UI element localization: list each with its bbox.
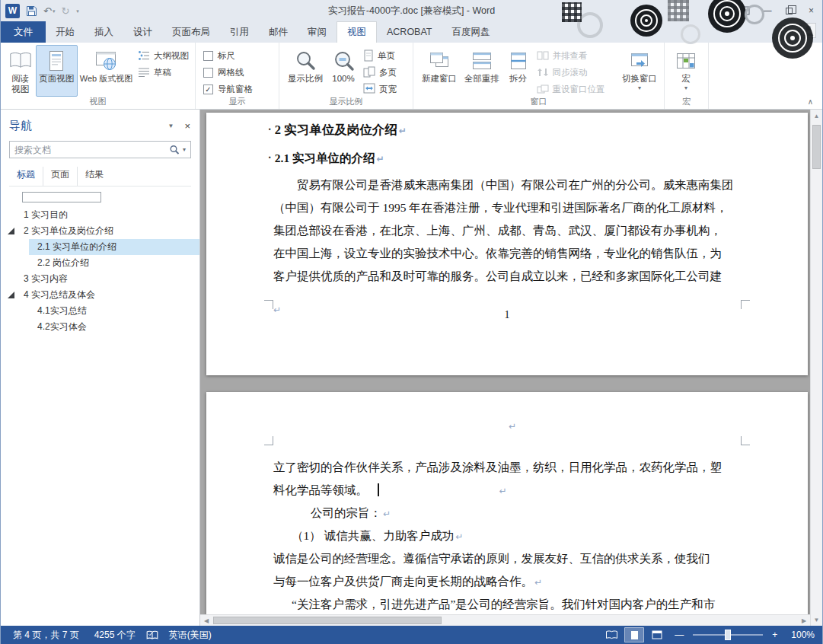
close-button[interactable]: ×	[800, 0, 822, 21]
web-layout-button[interactable]: Web 版式视图	[78, 45, 135, 97]
zoom-in-button[interactable]: +	[767, 630, 782, 640]
customize-qat-button[interactable]: ▾	[75, 8, 79, 14]
doc-line[interactable]: 客户提供优质的产品和及时可靠的服务。公司自成立以来，已经和多家国际化工公司建	[273, 265, 741, 288]
zoom-out-button[interactable]: —	[670, 630, 688, 640]
undo-button[interactable]: ↶▾	[43, 6, 55, 16]
word-logo-icon[interactable]: W	[5, 4, 20, 18]
one-page-button[interactable]: 单页	[360, 47, 400, 64]
tab-baidu-netdisk[interactable]: 百度网盘	[442, 21, 500, 43]
document-area[interactable]: ▪2 实习单位及岗位介绍↵ ▪2.1 实习单位的介绍↵ 贸易有限公司是香港威来惠…	[200, 110, 810, 626]
empty-heading-item[interactable]	[22, 192, 101, 202]
gridlines-toggle[interactable]: 网格线	[203, 64, 253, 81]
web-layout-view-button[interactable]	[647, 627, 667, 642]
doc-line[interactable]: 诚信是公司的经营理念。遵循信守承诺的原则，发展友好、互信的供求关系，使我们	[273, 547, 741, 570]
heading-item[interactable]: 3 实习内容	[1, 271, 199, 287]
redo-button[interactable]: ↻	[61, 6, 69, 16]
undo-dropdown-icon[interactable]: ▾	[53, 8, 56, 14]
scroll-down-icon[interactable]: ▼	[811, 614, 822, 626]
navigation-pane-toggle[interactable]: ✓ 导航窗格	[203, 81, 253, 97]
doc-line[interactable]: “关注客户需求，引进先进产品”是公司的经营宗旨。我们针对国内客户的生产和市	[273, 593, 741, 616]
multiple-pages-button[interactable]: 多页	[360, 64, 400, 81]
tab-home[interactable]: 开始	[46, 21, 85, 43]
doc-line[interactable]: 与每一位客户及供货厂商走向更长期的战略合作。↵	[273, 570, 741, 593]
doc-heading-2[interactable]: ▪2 实习单位及岗位介绍↵	[269, 122, 407, 139]
doc-line[interactable]: 公司的宗旨：↵	[273, 502, 741, 524]
minimize-button[interactable]: —	[756, 0, 778, 21]
save-button[interactable]	[26, 5, 37, 17]
nav-tab-results[interactable]: 结果	[77, 167, 111, 186]
zoom-slider-thumb[interactable]	[725, 630, 731, 640]
navigation-pane-checkbox[interactable]: ✓	[203, 84, 213, 94]
page-width-button[interactable]: 页宽	[360, 81, 400, 97]
heading-item[interactable]: 1 实习目的	[1, 207, 199, 223]
ruler-checkbox[interactable]	[203, 51, 213, 61]
scroll-up-icon[interactable]: ▲	[811, 110, 822, 122]
split-button[interactable]: 拆分	[503, 45, 534, 97]
navigation-options-dropdown-icon[interactable]: ▼	[167, 123, 174, 129]
vertical-scrollbar-thumb[interactable]	[812, 125, 821, 169]
heading-item-selected[interactable]: 2.1 实习单位的介绍	[1, 239, 199, 255]
doc-line[interactable]: （中国）有限公司于 1995 年在香港注册，专业代理和引进国际著名厂商的化工原材…	[273, 196, 741, 219]
tab-mailings[interactable]: 邮件	[259, 21, 298, 43]
collapse-triangle-icon[interactable]	[8, 228, 14, 234]
ruler-toggle[interactable]: 标尺	[203, 47, 253, 64]
print-layout-button[interactable]: 页面视图	[36, 45, 78, 97]
doc-line[interactable]: （1） 诚信共赢、力助客户成功↵	[273, 524, 741, 547]
tab-design[interactable]: 设计	[123, 21, 162, 43]
tab-review[interactable]: 审阅	[298, 21, 337, 43]
doc-line[interactable]: 贸易有限公司是香港威来惠南集团（中国）有限公司在广州的分公司。威来惠南集团	[273, 174, 741, 196]
document-page-1[interactable]: ▪2 实习单位及岗位介绍↵ ▪2.1 实习单位的介绍↵ 贸易有限公司是香港威来惠…	[206, 113, 808, 375]
read-mode-view-button[interactable]	[601, 627, 621, 642]
horizontal-scrollbar[interactable]: ◀ ▶	[200, 614, 810, 626]
doc-heading-2-1[interactable]: ▪2.1 实习单位的介绍↵	[269, 151, 384, 167]
zoom-button[interactable]: 显示比例	[284, 45, 327, 97]
doc-line[interactable]: 在中国上海，设立专业的实验技术中心。依靠完善的销售网络，专业化的销售队伍，为	[273, 242, 741, 265]
horizontal-scrollbar-thumb[interactable]	[213, 617, 442, 624]
macros-button[interactable]: 宏 ▾	[669, 45, 703, 97]
doc-line[interactable]: 集团总部设在香港，在北京、上海、广州、成都、青岛、武汉、厦门都设有办事机构，	[273, 219, 741, 242]
read-mode-button[interactable]: 阅读视图	[5, 45, 36, 97]
doc-line[interactable]: 料化学品等领域。↵	[273, 479, 741, 502]
tab-insert[interactable]: 插入	[85, 21, 123, 43]
help-button[interactable]: ?	[712, 0, 734, 21]
heading-item[interactable]: 4.1实习总结	[1, 303, 199, 319]
nav-tab-pages[interactable]: 页面	[43, 167, 77, 186]
heading-item[interactable]: 4.2实习体会	[1, 319, 199, 335]
nav-tab-headings[interactable]: 标题	[9, 167, 43, 186]
zoom-slider[interactable]	[693, 634, 763, 636]
tab-view[interactable]: 视图	[337, 21, 377, 43]
new-window-button[interactable]: 新建窗口	[418, 45, 461, 97]
doc-line[interactable]: 立了密切的合作伙伴关系，产品涉及涂料及油墨，纺织，日用化学品，农药化学品，塑	[273, 456, 741, 479]
vertical-scrollbar[interactable]: ▲ ▼	[810, 110, 822, 626]
synchronous-scrolling-button[interactable]: 同步滚动	[534, 64, 619, 81]
tab-acrobat[interactable]: ACROBAT	[377, 21, 442, 43]
scroll-right-icon[interactable]: ▶	[798, 615, 810, 626]
gridlines-checkbox[interactable]	[203, 68, 213, 78]
heading-item[interactable]: 2.2 岗位介绍	[1, 255, 199, 271]
heading-item[interactable]: 4 实习总结及体会	[1, 287, 199, 303]
document-page-2[interactable]: ↵ 立了密切的合作伙伴关系，产品涉及涂料及油墨，纺织，日用化学品，农药化学品，塑…	[206, 392, 808, 626]
language-indicator[interactable]: 英语(美国)	[163, 629, 218, 642]
search-dropdown-icon[interactable]: ▾	[183, 146, 186, 153]
proofing-button[interactable]	[145, 630, 160, 640]
collapse-triangle-icon[interactable]	[8, 292, 14, 298]
draft-view-button[interactable]: 草稿	[135, 64, 192, 81]
word-count[interactable]: 4255 个字	[88, 629, 142, 642]
search-icon[interactable]	[169, 145, 180, 155]
outline-view-button[interactable]: 大纲视图	[135, 47, 192, 64]
switch-windows-button[interactable]: 切换窗口 ▾	[618, 45, 661, 97]
ribbon-display-options-button[interactable]	[734, 0, 756, 21]
zoom-100-button[interactable]: 100%	[327, 45, 360, 97]
scroll-left-icon[interactable]: ◀	[200, 615, 212, 626]
navigation-close-icon[interactable]: ×	[184, 120, 190, 132]
page-info[interactable]: 第 4 页，共 7 页	[7, 629, 85, 642]
tab-page-layout[interactable]: 页面布局	[162, 21, 220, 43]
tab-references[interactable]: 引用	[220, 21, 259, 43]
collapse-ribbon-button[interactable]: ∧	[808, 97, 813, 106]
print-layout-view-button[interactable]	[624, 627, 644, 642]
sign-in-avatar[interactable]	[801, 23, 816, 41]
tab-file[interactable]: 文件	[1, 21, 46, 43]
view-side-by-side-button[interactable]: 并排查看	[534, 47, 619, 64]
restore-button[interactable]	[778, 0, 800, 21]
arrange-all-button[interactable]: 全部重排	[461, 45, 503, 97]
